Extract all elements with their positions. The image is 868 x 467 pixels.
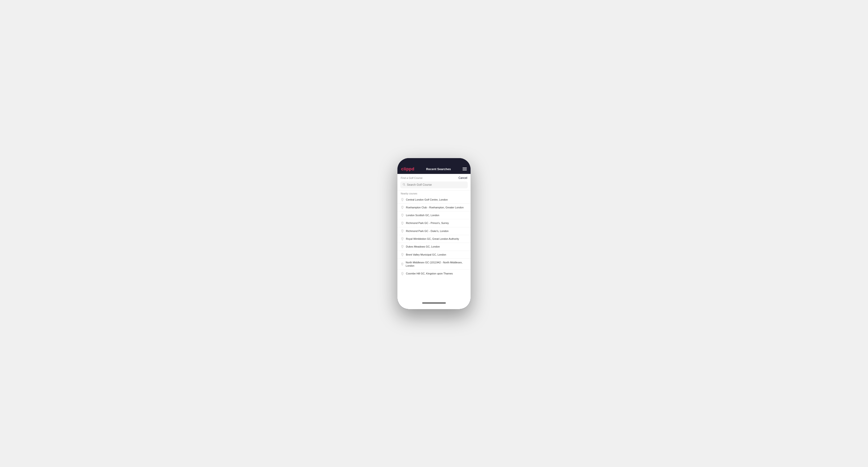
find-bar-label: Find a Golf Course — [401, 177, 423, 179]
phone-notch — [420, 158, 448, 165]
list-item[interactable]: Richmond Park GC - Duke's, London — [397, 227, 471, 235]
location-pin-icon — [401, 214, 404, 217]
phone-screen: clippd Recent Searches Find a Golf Cours… — [397, 158, 471, 309]
location-pin-icon — [401, 237, 404, 241]
list-item[interactable]: Brent Valley Municipal GC, London — [397, 251, 471, 259]
course-name: London Scottish GC, London — [406, 214, 439, 217]
list-item[interactable]: Central London Golf Centre, London — [397, 196, 471, 204]
location-pin-icon — [401, 253, 404, 256]
course-name: Brent Valley Municipal GC, London — [406, 253, 446, 256]
list-item[interactable]: Dukes Meadows GC, London — [397, 243, 471, 251]
location-pin-icon — [401, 222, 404, 225]
course-name: Royal Wimbledon GC, Great London Authori… — [406, 237, 459, 241]
course-name: Dukes Meadows GC, London — [406, 245, 440, 248]
list-item[interactable]: Coombe Hill GC, Kingston upon Thames — [397, 270, 471, 277]
location-pin-icon — [401, 229, 404, 233]
cancel-button[interactable]: Cancel — [459, 176, 467, 180]
svg-point-4 — [402, 215, 403, 215]
menu-line-1 — [463, 167, 467, 168]
svg-point-11 — [402, 273, 403, 273]
course-name: Richmond Park GC - Prince's, Surrey — [406, 221, 449, 225]
list-item[interactable]: Royal Wimbledon GC, Great London Authori… — [397, 235, 471, 243]
course-name: Richmond Park GC - Duke's, London — [406, 229, 448, 233]
course-name: North Middlesex GC (1011942 - North Midd… — [406, 261, 467, 268]
app-logo: clippd — [401, 166, 414, 172]
home-indicator — [422, 303, 446, 304]
svg-point-5 — [402, 222, 403, 223]
location-pin-icon — [401, 272, 404, 275]
search-icon — [403, 183, 405, 187]
search-box — [400, 182, 468, 188]
svg-point-9 — [402, 254, 403, 254]
screen-content: Find a Golf Course Cancel — [397, 174, 471, 301]
menu-icon[interactable] — [463, 167, 467, 170]
course-name: Roehampton Club - Roehampton, Greater Lo… — [406, 206, 464, 209]
svg-point-2 — [402, 199, 403, 199]
list-item[interactable]: North Middlesex GC (1011942 - North Midd… — [397, 259, 471, 270]
location-pin-icon — [401, 206, 404, 209]
home-indicator-bar — [397, 301, 471, 309]
svg-point-6 — [402, 230, 403, 231]
phone-body: clippd Recent Searches Find a Golf Cours… — [397, 158, 471, 309]
svg-line-1 — [404, 185, 405, 185]
location-pin-icon — [401, 262, 404, 266]
svg-point-8 — [402, 246, 403, 246]
course-list: Central London Golf Centre, London Roeha… — [397, 196, 471, 301]
list-item[interactable]: London Scottish GC, London — [397, 212, 471, 219]
search-container — [397, 182, 471, 190]
course-name: Central London Golf Centre, London — [406, 198, 448, 201]
list-item[interactable]: Roehampton Club - Roehampton, Greater Lo… — [397, 204, 471, 212]
svg-point-3 — [402, 207, 403, 207]
svg-point-10 — [402, 263, 402, 264]
svg-point-7 — [402, 238, 403, 239]
course-name: Coombe Hill GC, Kingston upon Thames — [406, 272, 453, 275]
menu-line-3 — [463, 170, 467, 170]
search-input[interactable] — [407, 183, 465, 186]
phone-frame: clippd Recent Searches Find a Golf Cours… — [397, 158, 471, 309]
location-pin-icon — [401, 198, 404, 201]
list-item[interactable]: Richmond Park GC - Prince's, Surrey — [397, 219, 471, 227]
menu-line-2 — [463, 169, 467, 169]
location-pin-icon — [401, 245, 404, 248]
nav-title: Recent Searches — [426, 167, 451, 171]
nearby-courses-label: Nearby courses — [397, 190, 471, 196]
find-bar: Find a Golf Course Cancel — [397, 174, 471, 182]
